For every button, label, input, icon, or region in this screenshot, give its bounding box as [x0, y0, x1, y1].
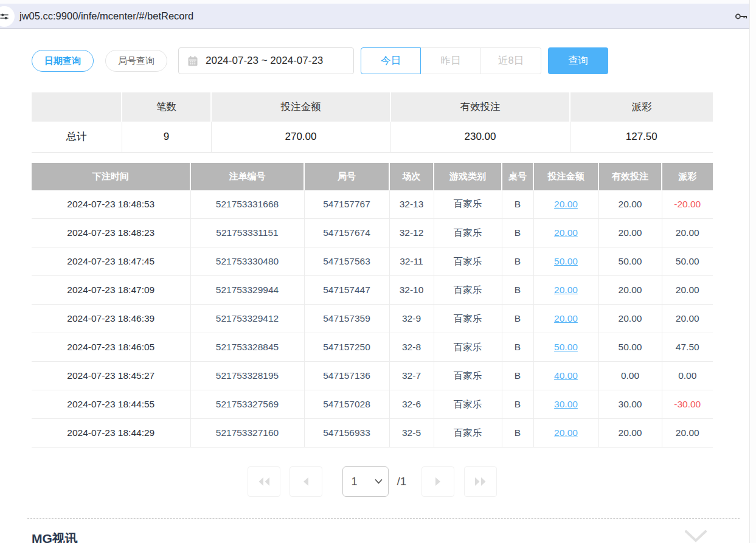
- bet-time: 2024-07-23 18:46:39: [32, 305, 190, 333]
- bet-amount-link[interactable]: 20.00: [554, 199, 578, 209]
- expand-chevron-icon[interactable]: [685, 530, 707, 542]
- valid-bet: 50.00: [598, 247, 662, 276]
- bet-amount-cell: 20.00: [533, 419, 598, 448]
- game-type: 百家乐: [434, 305, 502, 333]
- round-query-tab[interactable]: 局号查询: [105, 50, 167, 72]
- mg-video-section-header[interactable]: MG视讯: [32, 530, 713, 543]
- summary-header-bet-amount: 投注金额: [211, 92, 390, 122]
- summary-header-row: 笔数 投注金额 有效投注 派彩: [32, 92, 713, 122]
- round-no: 547157563: [304, 247, 389, 276]
- bet-order-no: 521753331151: [190, 219, 304, 247]
- table-no: B: [502, 305, 533, 333]
- session-no: 32-11: [389, 247, 434, 276]
- header-session: 场次: [389, 163, 434, 190]
- vertical-scrollbar[interactable]: [749, 0, 756, 543]
- summary-header-payout: 派彩: [570, 92, 713, 122]
- session-no: 32-7: [389, 362, 434, 390]
- payout: 20.00: [662, 419, 713, 448]
- date-range-value: 2024-07-23 ~ 2024-07-23: [206, 55, 323, 67]
- bet-time: 2024-07-23 18:44:29: [32, 419, 190, 448]
- bet-time: 2024-07-23 18:47:45: [32, 247, 190, 276]
- session-no: 32-10: [389, 276, 434, 305]
- header-bet-time: 下注时间: [32, 163, 190, 190]
- previous-page-button[interactable]: [290, 466, 322, 497]
- table-no: B: [502, 276, 533, 305]
- bet-amount-link[interactable]: 50.00: [554, 256, 578, 266]
- bet-amount-link[interactable]: 20.00: [554, 227, 578, 238]
- valid-bet: 20.00: [598, 276, 662, 305]
- round-no: 547157447: [304, 276, 389, 305]
- bet-amount-cell: 20.00: [533, 305, 598, 333]
- bet-amount-link[interactable]: 50.00: [554, 342, 578, 352]
- url-text[interactable]: jw05.cc:9900/infe/mcenter/#/betRecord: [19, 10, 193, 22]
- bet-record-row: 2024-07-23 18:45:27521753328195547157136…: [32, 362, 713, 390]
- double-left-arrow-icon: [258, 477, 270, 486]
- payout: 47.50: [662, 333, 713, 362]
- session-no: 32-6: [389, 390, 434, 419]
- summary-total-row: 总计 9 270.00 230.00 127.50: [32, 122, 713, 152]
- bet-table-header-row: 下注时间 注单编号 局号 场次 游戏类别 桌号 投注金额 有效投注 派彩: [32, 163, 713, 190]
- table-no: B: [502, 419, 533, 448]
- game-type: 百家乐: [434, 247, 502, 276]
- date-range-picker[interactable]: 2024-07-23 ~ 2024-07-23: [178, 47, 354, 74]
- payout: 20.00: [662, 305, 713, 333]
- bet-time: 2024-07-23 18:47:09: [32, 276, 190, 305]
- last-page-button[interactable]: [464, 466, 497, 497]
- bet-table-body: 2024-07-23 18:48:53521753331668547157767…: [32, 190, 713, 448]
- site-settings-icon[interactable]: [0, 6, 15, 27]
- summary-total-payout: 127.50: [570, 122, 713, 152]
- bet-order-no: 521753328195: [190, 362, 304, 390]
- bet-order-no: 521753328845: [190, 333, 304, 362]
- bet-record-page: 日期查询 局号查询 2024-07-23 ~ 2024-07-23 今日 昨日: [0, 29, 724, 543]
- summary-header-count: 笔数: [122, 92, 211, 122]
- summary-table: 笔数 投注金额 有效投注 派彩 总计 9 270.00 230.00 127.5…: [32, 92, 713, 153]
- bet-amount-link[interactable]: 20.00: [554, 285, 578, 295]
- bet-record-row: 2024-07-23 18:48:23521753331151547157674…: [32, 219, 713, 247]
- double-right-arrow-icon: [474, 477, 487, 486]
- payout: 50.00: [662, 247, 713, 276]
- bet-amount-link[interactable]: 40.00: [554, 370, 578, 381]
- last-8-days-button[interactable]: 近8日: [481, 47, 541, 74]
- yesterday-button[interactable]: 昨日: [421, 47, 481, 74]
- bet-time: 2024-07-23 18:44:55: [32, 390, 190, 419]
- next-page-button[interactable]: [421, 466, 454, 497]
- bet-time: 2024-07-23 18:48:23: [32, 219, 190, 247]
- today-button[interactable]: 今日: [361, 47, 421, 74]
- bet-amount-cell: 20.00: [533, 219, 598, 247]
- summary-header-empty: [32, 92, 122, 122]
- bet-order-no: 521753329412: [190, 305, 304, 333]
- bet-order-no: 521753329944: [190, 276, 304, 305]
- browser-address-bar[interactable]: jw05.cc:9900/infe/mcenter/#/betRecord: [0, 4, 756, 29]
- bet-amount-cell: 50.00: [533, 333, 598, 362]
- summary-total-label: 总计: [32, 122, 122, 152]
- session-no: 32-12: [389, 219, 434, 247]
- summary-total-bet-amount: 270.00: [211, 122, 390, 152]
- calendar-icon: [187, 55, 199, 67]
- header-valid-bet: 有效投注: [598, 163, 662, 190]
- bet-record-row: 2024-07-23 18:47:09521753329944547157447…: [32, 276, 713, 305]
- table-no: B: [502, 390, 533, 419]
- bet-record-row: 2024-07-23 18:44:55521753327569547157028…: [32, 390, 713, 419]
- bet-amount-link[interactable]: 20.00: [554, 313, 578, 323]
- bet-amount-link[interactable]: 20.00: [554, 427, 578, 438]
- bet-record-row: 2024-07-23 18:48:53521753331668547157767…: [32, 190, 713, 219]
- page-select[interactable]: 1: [342, 466, 389, 497]
- game-type: 百家乐: [434, 362, 502, 390]
- password-key-icon[interactable]: [734, 10, 747, 25]
- bet-amount-link[interactable]: 30.00: [554, 399, 578, 409]
- date-query-tab[interactable]: 日期查询: [32, 50, 94, 72]
- valid-bet: 20.00: [598, 219, 662, 247]
- session-no: 32-5: [389, 419, 434, 448]
- first-page-button[interactable]: [248, 466, 280, 497]
- bet-amount-cell: 50.00: [533, 247, 598, 276]
- round-no: 547157250: [304, 333, 389, 362]
- bet-record-table: 下注时间 注单编号 局号 场次 游戏类别 桌号 投注金额 有效投注 派彩 202…: [32, 163, 713, 448]
- table-no: B: [502, 219, 533, 247]
- header-game-type: 游戏类别: [434, 163, 502, 190]
- search-button[interactable]: 查询: [548, 47, 608, 74]
- game-type: 百家乐: [434, 390, 502, 419]
- header-payout: 派彩: [662, 163, 713, 190]
- round-no: 547157359: [304, 305, 389, 333]
- table-no: B: [502, 333, 533, 362]
- table-no: B: [502, 190, 533, 219]
